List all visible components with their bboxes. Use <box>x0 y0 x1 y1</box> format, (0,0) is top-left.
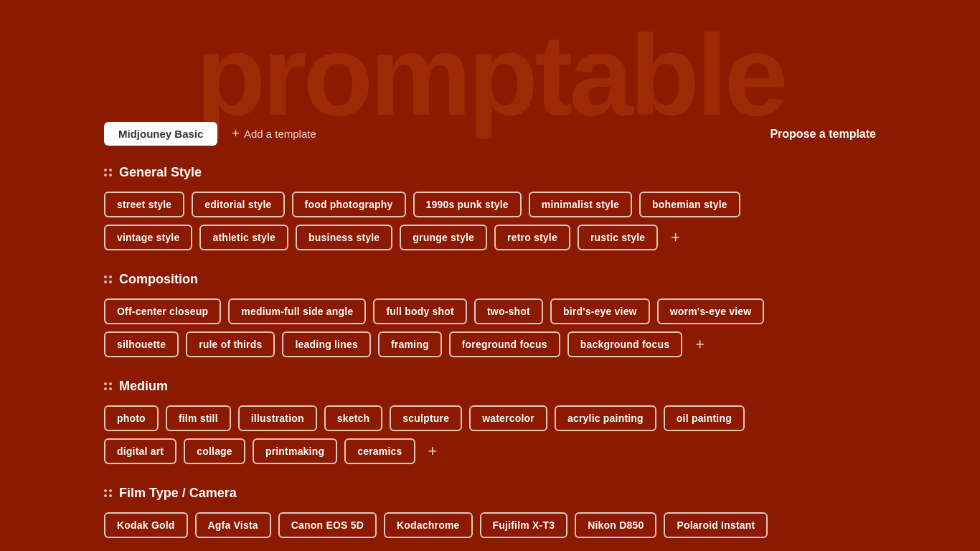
tag[interactable]: worm's-eye view <box>657 298 765 324</box>
section-title-medium: Medium <box>119 379 168 394</box>
tag[interactable]: framing <box>378 331 442 357</box>
tag[interactable]: film still <box>166 405 231 431</box>
section-header-general-style: General Style <box>104 165 876 180</box>
tag[interactable]: foreground focus <box>449 331 560 357</box>
tag[interactable]: acrylic painting <box>555 405 656 431</box>
tag[interactable]: minimalist style <box>529 192 632 217</box>
tag[interactable]: ceramics <box>344 438 415 464</box>
tag[interactable]: background focus <box>567 331 683 357</box>
section-header-film-type-camera: Film Type / Camera <box>104 486 876 501</box>
propose-template-button[interactable]: Propose a template <box>770 128 876 141</box>
tag[interactable]: business style <box>296 225 392 250</box>
tag[interactable]: two-shot <box>474 298 543 324</box>
section-film-type-camera: Film Type / CameraKodak GoldAgfa VistaCa… <box>104 486 876 538</box>
tag[interactable]: grunge style <box>400 225 487 250</box>
tag[interactable]: vintage style <box>104 225 192 250</box>
section-title-composition: Composition <box>119 272 198 287</box>
section-general-style: General Stylestreet styleeditorial style… <box>104 165 876 250</box>
tag[interactable]: leading lines <box>282 331 370 357</box>
section-composition: CompositionOff-center closeupmedium-full… <box>104 272 876 357</box>
tag[interactable]: Kodak Gold <box>104 512 188 538</box>
tag[interactable]: Fujifilm X-T3 <box>480 512 568 538</box>
tag[interactable]: digital art <box>104 438 176 464</box>
tag[interactable]: watercolor <box>469 405 547 431</box>
tag[interactable]: illustration <box>238 405 317 431</box>
drag-handle-icon[interactable] <box>104 489 112 497</box>
add-tag-button-medium[interactable]: + <box>423 438 443 464</box>
section-title-general-style: General Style <box>119 165 202 180</box>
tag[interactable]: food photography <box>292 192 406 217</box>
tag[interactable]: Nikon D850 <box>575 512 656 538</box>
tag[interactable]: Canon EOS 5D <box>278 512 377 538</box>
tag[interactable]: rule of thirds <box>186 331 275 357</box>
left-controls: Midjouney Basic + Add a template <box>104 122 316 146</box>
content-area: General Stylestreet styleeditorial style… <box>104 165 876 551</box>
tag[interactable]: retro style <box>494 225 570 250</box>
add-tag-button-composition[interactable]: + <box>689 331 710 357</box>
tag[interactable]: bohemian style <box>639 192 740 217</box>
tags-row-composition-0: Off-center closeupmedium-full side angle… <box>104 298 876 324</box>
plus-icon: + <box>232 126 240 141</box>
add-template-button[interactable]: + Add a template <box>232 126 316 141</box>
tag[interactable]: printmaking <box>253 438 337 464</box>
tag[interactable]: Kodachrome <box>384 512 473 538</box>
tag[interactable]: street style <box>104 192 184 217</box>
tag[interactable]: bird's-eye view <box>550 298 650 324</box>
tag[interactable]: sculpture <box>390 405 462 431</box>
drag-handle-icon[interactable] <box>104 276 112 283</box>
tags-row-general-style-0: street styleeditorial stylefood photogra… <box>104 192 876 217</box>
tags-row-medium-1: digital artcollageprintmakingceramics+ <box>104 438 876 464</box>
tags-row-medium-0: photofilm stillillustrationsketchsculptu… <box>104 405 876 431</box>
tags-row-general-style-1: vintage styleathletic stylebusiness styl… <box>104 225 876 250</box>
tags-row-film-type-camera-0: Kodak GoldAgfa VistaCanon EOS 5DKodachro… <box>104 512 876 538</box>
section-header-medium: Medium <box>104 379 876 394</box>
tag[interactable]: Polaroid Instant <box>664 512 768 538</box>
tag[interactable]: collage <box>184 438 245 464</box>
tag[interactable]: editorial style <box>192 192 284 217</box>
tag[interactable]: Off-center closeup <box>104 298 221 324</box>
tag[interactable]: Agfa Vista <box>195 512 271 538</box>
add-tag-button-general-style[interactable]: + <box>665 225 686 250</box>
drag-handle-icon[interactable] <box>104 169 112 176</box>
section-medium: Mediumphotofilm stillillustrationsketchs… <box>104 379 876 464</box>
tag[interactable]: photo <box>104 405 159 431</box>
tags-row-composition-1: silhouetterule of thirdsleading linesfra… <box>104 331 876 357</box>
tag[interactable]: rustic style <box>578 225 658 250</box>
tag[interactable]: silhouette <box>104 331 179 357</box>
section-title-film-type-camera: Film Type / Camera <box>119 486 237 501</box>
tag[interactable]: oil painting <box>664 405 745 431</box>
tag[interactable]: athletic style <box>199 225 288 250</box>
tag[interactable]: medium-full side angle <box>228 298 366 324</box>
top-bar: Midjouney Basic + Add a template Propose… <box>104 122 876 146</box>
active-tab[interactable]: Midjouney Basic <box>104 122 217 146</box>
tag[interactable]: full body shot <box>373 298 467 324</box>
tag[interactable]: 1990s punk style <box>413 192 522 217</box>
tag[interactable]: sketch <box>324 405 383 431</box>
section-header-composition: Composition <box>104 272 876 287</box>
drag-handle-icon[interactable] <box>104 382 112 390</box>
add-template-label: Add a template <box>244 128 316 140</box>
